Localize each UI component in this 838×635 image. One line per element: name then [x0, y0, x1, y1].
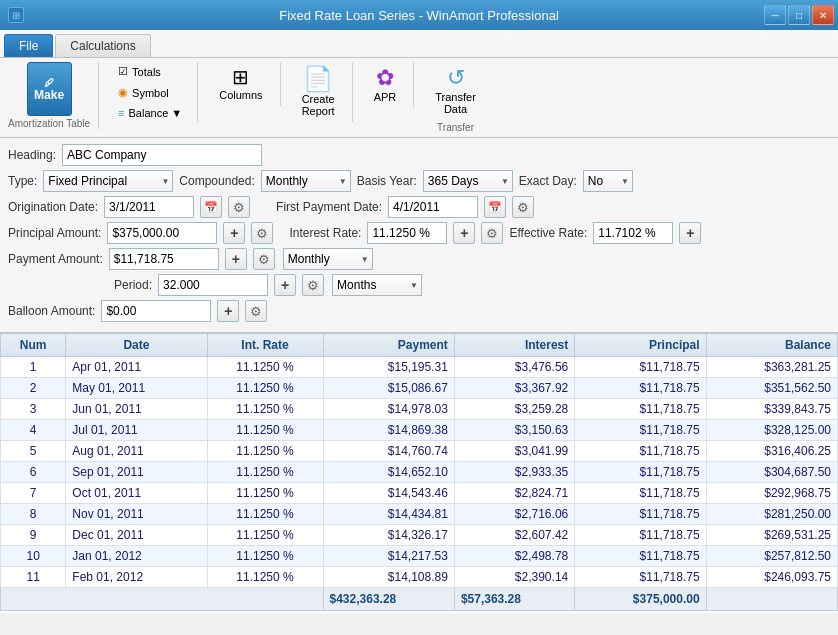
footer-empty [1, 588, 324, 611]
period-unit-wrapper: Months [332, 274, 422, 296]
payment-amount-input[interactable] [109, 248, 219, 270]
compounded-label: Compounded: [179, 174, 254, 188]
cell-payment: $14,434.81 [323, 504, 454, 525]
totals-button[interactable]: ☑ Totals [111, 62, 189, 81]
type-select[interactable]: Fixed Principal [43, 170, 173, 192]
cell-principal: $11,718.75 [575, 420, 706, 441]
tab-calculations[interactable]: Calculations [55, 34, 150, 57]
minimize-button[interactable]: ─ [764, 5, 786, 25]
principal-gear-button[interactable]: ⚙ [251, 222, 273, 244]
cell-interest: $2,498.78 [454, 546, 574, 567]
period-plus-button[interactable]: + [274, 274, 296, 296]
first-payment-date-label: First Payment Date: [276, 200, 382, 214]
interest-rate-plus-button[interactable]: + [453, 222, 475, 244]
first-payment-calendar-button[interactable]: 📅 [484, 196, 506, 218]
balloon-gear-button[interactable]: ⚙ [245, 300, 267, 322]
report-label: CreateReport [302, 93, 335, 117]
cell-date: Jan 01, 2012 [66, 546, 207, 567]
cell-balance: $351,562.50 [706, 378, 837, 399]
transfer-icon: ↺ [447, 67, 465, 89]
cell-rate: 11.1250 % [207, 504, 323, 525]
ribbon-tab-bar: File Calculations [0, 30, 838, 57]
symbol-label: Symbol [132, 87, 169, 99]
cell-interest: $2,390.14 [454, 567, 574, 588]
interest-rate-input[interactable] [367, 222, 447, 244]
period-unit-select[interactable]: Months [332, 274, 422, 296]
cell-interest: $3,259.28 [454, 399, 574, 420]
basis-year-select[interactable]: 365 Days [423, 170, 513, 192]
cell-rate: 11.1250 % [207, 441, 323, 462]
footer-interest: $57,363.28 [454, 588, 574, 611]
ribbon: File Calculations 🖊 Make Amortization Ta… [0, 30, 838, 138]
heading-input[interactable] [62, 144, 262, 166]
ribbon-content: 🖊 Make Amortization Table ☑ Totals ◉ Sym… [0, 57, 838, 137]
cell-principal: $11,718.75 [575, 525, 706, 546]
cell-payment: $14,760.74 [323, 441, 454, 462]
effective-rate-plus-button[interactable]: + [679, 222, 701, 244]
balance-button[interactable]: ≡ Balance ▼ [111, 104, 189, 122]
payment-gear-button[interactable]: ⚙ [253, 248, 275, 270]
cell-balance: $246,093.75 [706, 567, 837, 588]
cell-payment: $14,543.46 [323, 483, 454, 504]
cell-rate: 11.1250 % [207, 483, 323, 504]
cell-date: Oct 01, 2011 [66, 483, 207, 504]
payment-freq-select[interactable]: Monthly [283, 248, 373, 270]
ribbon-group-make: 🖊 Make Amortization Table [8, 62, 99, 129]
first-payment-gear-button[interactable]: ⚙ [512, 196, 534, 218]
table-row: 8 Nov 01, 2011 11.1250 % $14,434.81 $2,7… [1, 504, 838, 525]
columns-label: Columns [219, 89, 262, 101]
cell-balance: $339,843.75 [706, 399, 837, 420]
apr-button[interactable]: ✿ APR [365, 62, 406, 108]
table-row: 2 May 01, 2011 11.1250 % $15,086.67 $3,3… [1, 378, 838, 399]
origination-date-input[interactable] [104, 196, 194, 218]
period-input[interactable] [158, 274, 268, 296]
exact-day-select-wrapper: No [583, 170, 633, 192]
maximize-button[interactable]: □ [788, 5, 810, 25]
options-col: ☑ Totals ◉ Symbol ≡ Balance ▼ [111, 62, 189, 122]
cell-rate: 11.1250 % [207, 567, 323, 588]
interest-rate-gear-button[interactable]: ⚙ [481, 222, 503, 244]
cell-principal: $11,718.75 [575, 441, 706, 462]
cell-rate: 11.1250 % [207, 399, 323, 420]
cell-principal: $11,718.75 [575, 567, 706, 588]
symbol-button[interactable]: ◉ Symbol [111, 83, 189, 102]
payment-plus-button[interactable]: + [225, 248, 247, 270]
effective-rate-label: Effective Rate: [509, 226, 587, 240]
principal-input[interactable] [107, 222, 217, 244]
close-button[interactable]: ✕ [812, 5, 834, 25]
cell-principal: $11,718.75 [575, 378, 706, 399]
cell-balance: $328,125.00 [706, 420, 837, 441]
cell-interest: $3,367.92 [454, 378, 574, 399]
exact-day-select[interactable]: No [583, 170, 633, 192]
cell-payment: $14,869.38 [323, 420, 454, 441]
balloon-plus-button[interactable]: + [217, 300, 239, 322]
cell-num: 11 [1, 567, 66, 588]
cell-date: Dec 01, 2011 [66, 525, 207, 546]
make-button[interactable]: 🖊 Make [27, 62, 72, 116]
principal-plus-button[interactable]: + [223, 222, 245, 244]
effective-rate-input[interactable] [593, 222, 673, 244]
first-payment-date-input[interactable] [388, 196, 478, 218]
type-row: Type: Fixed Principal Compounded: Monthl… [8, 170, 830, 192]
cell-rate: 11.1250 % [207, 357, 323, 378]
columns-button[interactable]: ⊞ Columns [210, 62, 271, 106]
tab-file[interactable]: File [4, 34, 53, 57]
period-gear-button[interactable]: ⚙ [302, 274, 324, 296]
balloon-input[interactable] [101, 300, 211, 322]
create-report-button[interactable]: 📄 CreateReport [293, 62, 344, 122]
columns-icon: ⊞ [232, 67, 249, 87]
amortization-table[interactable]: Num Date Int. Rate Payment Interest Prin… [0, 333, 838, 613]
origination-calendar-button[interactable]: 📅 [200, 196, 222, 218]
cell-date: May 01, 2011 [66, 378, 207, 399]
col-principal: Principal [575, 334, 706, 357]
ribbon-group-apr: ✿ APR [365, 62, 415, 108]
cell-interest: $3,041.99 [454, 441, 574, 462]
col-interest: Interest [454, 334, 574, 357]
footer-balance [706, 588, 837, 611]
balloon-label: Balloon Amount: [8, 304, 95, 318]
form-area: Heading: Type: Fixed Principal Compounde… [0, 138, 838, 333]
transfer-button[interactable]: ↺ TransferData [426, 62, 485, 120]
compounded-select[interactable]: Monthly [261, 170, 351, 192]
cell-num: 10 [1, 546, 66, 567]
origination-gear-button[interactable]: ⚙ [228, 196, 250, 218]
